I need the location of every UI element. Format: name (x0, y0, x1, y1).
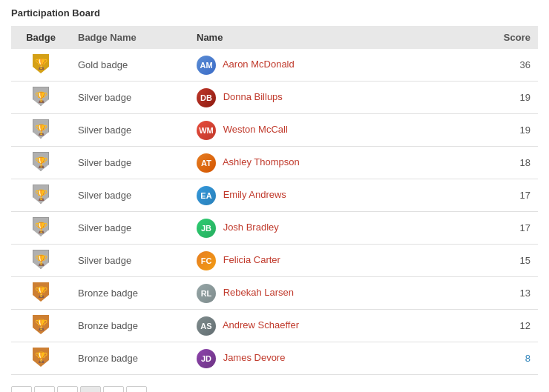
score-col-header: Score (412, 26, 538, 49)
badge-name-cell: Silver badge (70, 212, 189, 245)
badge-icon-cell: 🏆 (11, 310, 70, 342)
name-cell: AS Andrew Schaeffer (189, 310, 412, 342)
table-row: 🏆 Silver badge WM Weston McCall 19 (11, 114, 538, 147)
badge-name-cell: Silver badge (70, 82, 189, 114)
name-col-header: Name (189, 26, 412, 49)
score-cell: 12 (412, 310, 538, 342)
score-cell: 17 (412, 212, 538, 245)
score-cell: 15 (412, 245, 538, 277)
badge-icon-cell: 🏆 (11, 82, 70, 114)
table-row: 🏆 Silver badge AT Ashley Thompson 18 (11, 147, 538, 179)
participation-table: Badge Badge Name Name Score 🏆 Gold badge… (11, 26, 538, 375)
avatar: JB (197, 219, 216, 238)
name-cell: JB Josh Bradley (189, 212, 412, 245)
table-header-row: Badge Badge Name Name Score (11, 26, 538, 49)
badge-name-cell: Silver badge (70, 147, 189, 179)
table-row: 🏆 Silver badge EA Emily Andrews 17 (11, 179, 538, 212)
badge-icon-cell: 🏆 (11, 179, 70, 212)
user-name-link[interactable]: Aaron McDonald (223, 59, 295, 70)
avatar: RL (197, 284, 216, 303)
avatar: AS (197, 316, 216, 336)
score-cell: 19 (412, 82, 538, 114)
badge-icon-cell: 🏆 (11, 212, 70, 245)
page-title: Participation Board (11, 7, 538, 19)
badge-icon-cell: 🏆 (11, 245, 70, 277)
first-page-button[interactable]: « (11, 386, 32, 392)
badge-name-cell: Silver badge (70, 179, 189, 212)
table-row: 🏆 Gold badge AM Aaron McDonald 36 (11, 49, 538, 82)
pagination: « ‹ 1 2 › » (11, 386, 538, 392)
badge-icon-cell: 🏆 (11, 114, 70, 147)
badge-name-cell: Gold badge (70, 49, 189, 82)
badge-icon-cell: 🏆 (11, 342, 70, 375)
badge-icon-cell: 🏆 (11, 49, 70, 82)
score-cell: 8 (412, 342, 538, 375)
badge-name-cell: Bronze badge (70, 277, 189, 310)
name-cell: DB Donna Billups (189, 82, 412, 114)
table-row: 🏆 Bronze badge JD James Devore 8 (11, 342, 538, 375)
user-name-link[interactable]: Andrew Schaeffer (223, 319, 299, 330)
name-cell: AT Ashley Thompson (189, 147, 412, 179)
last-page-button[interactable]: » (126, 386, 147, 392)
badge-icon-cell: 🏆 (11, 147, 70, 179)
score-cell: 13 (412, 277, 538, 310)
badge-icon-cell: 🏆 (11, 277, 70, 310)
badge-col-header: Badge (11, 26, 70, 49)
badge-name-cell: Bronze badge (70, 342, 189, 375)
name-cell: RL Rebekah Larsen (189, 277, 412, 310)
avatar: DB (197, 88, 216, 107)
user-name-link[interactable]: Rebekah Larsen (223, 287, 294, 298)
next-page-button[interactable]: › (103, 386, 124, 392)
table-row: 🏆 Silver badge JB Josh Bradley 17 (11, 212, 538, 245)
user-name-link[interactable]: Ashley Thompson (223, 156, 300, 167)
score-cell: 18 (412, 147, 538, 179)
avatar: WM (197, 121, 216, 140)
score-cell: 36 (412, 49, 538, 82)
name-cell: WM Weston McCall (189, 114, 412, 147)
table-row: 🏆 Silver badge FC Felicia Carter 15 (11, 245, 538, 277)
page-1-button[interactable]: 1 (57, 386, 78, 392)
badge-name-col-header: Badge Name (70, 26, 189, 49)
user-name-link[interactable]: James Devore (223, 352, 286, 363)
avatar: AM (197, 56, 216, 75)
avatar: EA (197, 186, 216, 205)
name-cell: FC Felicia Carter (189, 245, 412, 277)
avatar: JD (197, 349, 216, 368)
name-cell: AM Aaron McDonald (189, 49, 412, 82)
table-row: 🏆 Bronze badge RL Rebekah Larsen 13 (11, 277, 538, 310)
user-name-link[interactable]: Emily Andrews (223, 189, 286, 200)
score-cell: 19 (412, 114, 538, 147)
user-name-link[interactable]: Felicia Carter (223, 254, 280, 265)
name-cell: JD James Devore (189, 342, 412, 375)
name-cell: EA Emily Andrews (189, 179, 412, 212)
badge-name-cell: Silver badge (70, 245, 189, 277)
user-name-link[interactable]: Weston McCall (223, 124, 288, 135)
prev-page-button[interactable]: ‹ (34, 386, 55, 392)
page-2-button[interactable]: 2 (80, 386, 101, 392)
badge-name-cell: Bronze badge (70, 310, 189, 342)
table-row: 🏆 Bronze badge AS Andrew Schaeffer 12 (11, 310, 538, 342)
user-name-link[interactable]: Josh Bradley (223, 222, 279, 233)
avatar: FC (197, 251, 216, 270)
badge-name-cell: Silver badge (70, 114, 189, 147)
avatar: AT (197, 153, 216, 173)
table-row: 🏆 Silver badge DB Donna Billups 19 (11, 82, 538, 114)
score-cell: 17 (412, 179, 538, 212)
user-name-link[interactable]: Donna Billups (223, 91, 283, 102)
